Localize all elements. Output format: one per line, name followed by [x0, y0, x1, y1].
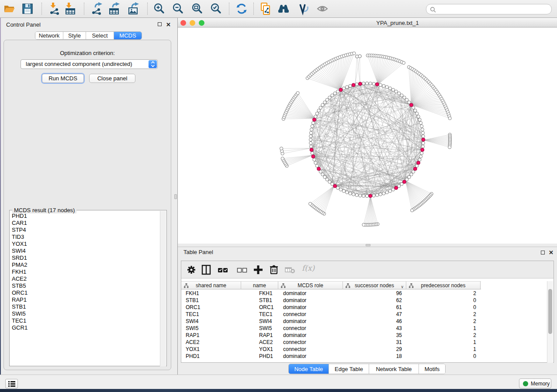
- table-row[interactable]: STB1STB1dominator620: [181, 297, 547, 304]
- task-history-button[interactable]: [5, 379, 18, 389]
- mcds-result-item[interactable]: PMA2: [10, 261, 159, 268]
- zoom-selected-icon[interactable]: [209, 2, 222, 15]
- tab-motifs[interactable]: Motifs: [419, 364, 445, 374]
- tab-edge-table[interactable]: Edge Table: [329, 364, 369, 374]
- close-panel-icon[interactable]: ✕: [166, 22, 171, 28]
- mcds-result-item[interactable]: STB5: [10, 282, 159, 289]
- vizmapper-icon[interactable]: [297, 2, 310, 15]
- table-row[interactable]: ACE2ACE2connector311: [181, 339, 547, 346]
- vertical-splitter[interactable]: [174, 18, 178, 375]
- table-row[interactable]: SWI5SWI5connector431: [181, 325, 547, 332]
- mcds-result-item[interactable]: FKH1: [10, 268, 159, 275]
- table-scroll-thumb[interactable]: [548, 289, 552, 334]
- splitter-handle-h[interactable]: [366, 244, 370, 246]
- zoom-out-icon[interactable]: [171, 2, 184, 15]
- memory-button[interactable]: Memory: [519, 378, 551, 389]
- search-input[interactable]: [426, 4, 552, 14]
- table-row[interactable]: FKH1FKH1dominator962: [181, 290, 547, 297]
- table-cell: dominator: [283, 318, 306, 325]
- float-panel-icon[interactable]: [158, 22, 162, 26]
- mcds-result-item[interactable]: RAP1: [10, 296, 159, 303]
- col-successor-nodes[interactable]: successor nodes ∨: [343, 282, 406, 289]
- mcds-result-box: MCDS result (17 nodes) PHD1CAR1STP4TID3Y…: [9, 210, 167, 366]
- clone-network-icon[interactable]: [259, 2, 272, 15]
- mcds-scrollbar[interactable]: [160, 211, 166, 366]
- mcds-result-item[interactable]: TEC1: [10, 317, 159, 324]
- mcds-result-item[interactable]: SWI5: [10, 310, 159, 317]
- table-close-icon[interactable]: ✕: [549, 250, 554, 256]
- mcds-result-item[interactable]: CAR1: [10, 220, 159, 227]
- splitter-handle[interactable]: [174, 194, 177, 199]
- table-cell: 2: [432, 311, 476, 318]
- table-cell: 35: [358, 332, 402, 339]
- export-network-icon[interactable]: [90, 2, 103, 15]
- table-row[interactable]: TEC1TEC1connector472: [181, 311, 547, 318]
- mcds-result-item[interactable]: YOX1: [10, 241, 159, 248]
- mcds-result-item[interactable]: GCR1: [10, 324, 159, 331]
- mcds-tab-content: Optimization criterion: largest connecte…: [3, 40, 171, 370]
- tab-select[interactable]: Select: [86, 32, 114, 39]
- table-row[interactable]: PHD1PHD1dominator180: [181, 353, 547, 360]
- close-panel-button[interactable]: Close panel: [89, 74, 135, 83]
- table-row[interactable]: YOX1YOX1connector291: [181, 346, 547, 353]
- import-network-icon[interactable]: [48, 2, 61, 15]
- mcds-result-item[interactable]: SWI4: [10, 248, 159, 254]
- clear-checkboxes-icon[interactable]: [236, 264, 248, 275]
- table-float-icon[interactable]: [541, 251, 545, 254]
- settings-gear-icon[interactable]: [186, 264, 197, 275]
- tab-node-table[interactable]: Node Table: [289, 364, 329, 374]
- mcds-result-item[interactable]: ORC1: [10, 289, 159, 296]
- mcds-result-item[interactable]: ACE2: [10, 275, 159, 282]
- run-mcds-button[interactable]: Run MCDS: [42, 74, 84, 83]
- export-image-icon[interactable]: [127, 2, 140, 15]
- tab-network-table[interactable]: Network Table: [369, 364, 419, 374]
- mcds-result-item[interactable]: TID3: [10, 234, 159, 241]
- export-table-icon[interactable]: [107, 2, 121, 15]
- tab-style[interactable]: Style: [63, 32, 86, 39]
- table-cell: connector: [283, 311, 306, 318]
- delete-column-icon[interactable]: [268, 264, 280, 275]
- refresh-icon[interactable]: [235, 2, 248, 15]
- zoom-in-icon[interactable]: [152, 2, 166, 15]
- table-row[interactable]: RAP1RAP1dominator352: [181, 332, 547, 339]
- maximize-window-icon[interactable]: [199, 20, 204, 26]
- table-cell: RAP1: [186, 332, 199, 339]
- table-tabs: Node Table Edge Table Network Table Moti…: [288, 364, 446, 374]
- table-cell: dominator: [283, 332, 306, 339]
- mcds-result-item[interactable]: STP4: [10, 227, 159, 234]
- save-session-icon[interactable]: [21, 2, 34, 15]
- split-pane-icon[interactable]: [201, 264, 212, 275]
- optimization-criterion-label: Optimization criterion:: [4, 50, 171, 56]
- table-scrollbar[interactable]: [547, 281, 553, 363]
- table-cell: ORC1: [186, 304, 200, 311]
- table-cell: 0: [432, 297, 476, 304]
- search-network-icon[interactable]: [277, 2, 290, 15]
- horizontal-splitter[interactable]: [178, 244, 557, 247]
- node-table: f(x) shared name name MCDS role successo…: [181, 261, 554, 363]
- table-row[interactable]: ORC1ORC1dominator610: [181, 304, 547, 311]
- col-shared-name[interactable]: shared name: [181, 282, 241, 289]
- minimize-window-icon[interactable]: [190, 20, 195, 26]
- table-cell: connector: [283, 325, 306, 332]
- zoom-fit-icon[interactable]: [190, 2, 204, 15]
- col-mcds-role[interactable]: MCDS role: [278, 282, 343, 289]
- mcds-result-item[interactable]: STB1: [10, 303, 159, 310]
- list-icon: [6, 379, 17, 388]
- tab-mcds[interactable]: MCDS: [114, 32, 142, 39]
- table-cell: connector: [283, 346, 306, 353]
- col-predecessor-nodes[interactable]: predecessor nodes: [406, 282, 481, 289]
- open-file-icon[interactable]: [3, 2, 16, 15]
- mcds-result-item[interactable]: SRD1: [10, 254, 159, 261]
- import-table-icon[interactable]: [64, 2, 77, 15]
- col-name[interactable]: name: [241, 282, 278, 289]
- add-column-icon[interactable]: [253, 264, 264, 275]
- select-all-checkboxes-icon[interactable]: [217, 264, 228, 275]
- mcds-result-item[interactable]: PHD1: [10, 213, 159, 220]
- control-panel-title: Control Panel: [6, 21, 41, 28]
- network-canvas[interactable]: [178, 28, 557, 244]
- close-window-icon[interactable]: [180, 20, 186, 26]
- show-hide-icon[interactable]: [316, 2, 329, 15]
- tab-network[interactable]: Network: [35, 32, 63, 39]
- table-row[interactable]: SWI4SWI4dominator462: [181, 318, 547, 325]
- criterion-select[interactable]: largest connected component (undirected): [21, 59, 158, 69]
